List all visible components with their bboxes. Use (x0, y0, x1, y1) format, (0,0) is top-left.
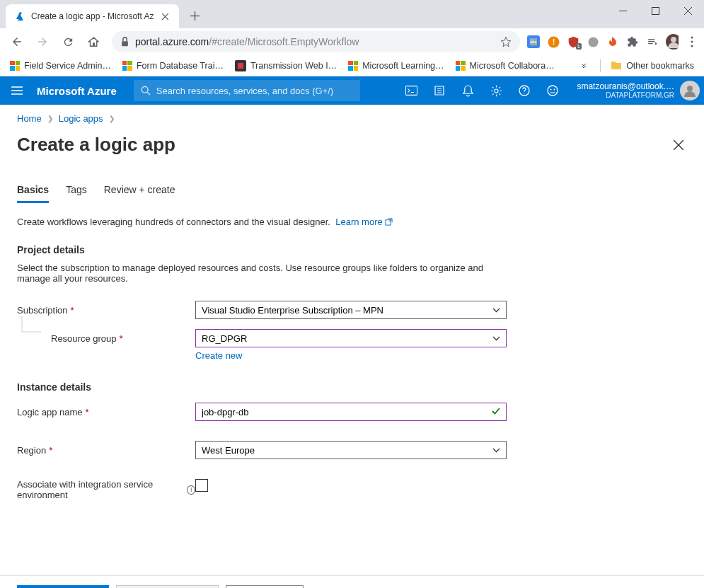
ext-gray-icon[interactable] (587, 35, 599, 48)
breadcrumb-home[interactable]: Home (17, 113, 42, 124)
directory-icon[interactable] (425, 76, 454, 105)
svg-line-25 (147, 92, 150, 95)
resource-group-label: Resource group * (17, 329, 195, 344)
home-button[interactable] (82, 30, 105, 53)
ext-playlist-icon[interactable] (646, 35, 659, 48)
logic-app-name-label: Logic app name * (17, 403, 195, 417)
previous-button: < Previous : Basics (116, 585, 219, 589)
address-bar[interactable]: portal.azure.com/#create/Microsoft.Empty… (112, 31, 520, 52)
ise-label: Associate with integration service envir… (17, 479, 195, 500)
notifications-icon[interactable] (454, 76, 482, 105)
svg-rect-0 (619, 11, 627, 11)
ext-warning-icon[interactable]: ! (547, 35, 560, 48)
azure-brand[interactable]: Microsoft Azure (34, 85, 128, 97)
transmission-icon (235, 60, 246, 71)
tab-tags[interactable]: Tags (66, 184, 87, 203)
other-bookmarks[interactable]: Other bookmarks (606, 57, 698, 74)
chevron-right-icon: ❯ (47, 115, 53, 122)
tab-basics[interactable]: Basics (17, 184, 49, 203)
svg-point-13 (588, 37, 598, 47)
back-button[interactable] (6, 30, 28, 53)
ms-icon (122, 61, 132, 71)
project-details-heading: Project details (17, 244, 687, 255)
account-button[interactable]: smatzouranis@outlook.… DATAPLATFORM.GR (567, 81, 704, 100)
account-org: DATAPLATFORM.GR (577, 91, 674, 100)
svg-point-30 (550, 89, 552, 91)
logic-app-name-input[interactable] (195, 403, 507, 421)
window-minimize[interactable] (606, 0, 639, 21)
menu-button[interactable] (0, 76, 34, 105)
bookmark-item[interactable]: Microsoft Collabora… (451, 58, 559, 74)
browser-tab[interactable]: Create a logic app - Microsoft Az (6, 4, 179, 28)
svg-point-32 (687, 86, 693, 91)
close-button[interactable] (670, 137, 687, 154)
svg-rect-20 (238, 63, 243, 69)
review-create-button[interactable]: Review + create (17, 585, 109, 589)
search-icon (141, 86, 151, 96)
breadcrumb: Home ❯ Logic apps ❯ (17, 113, 687, 124)
learn-more-link[interactable]: Learn more (335, 217, 393, 227)
translate-icon[interactable]: 🔤 (527, 35, 540, 48)
lock-icon (120, 37, 129, 47)
bookmark-item[interactable]: Form Database Trai… (118, 58, 228, 74)
bookmark-item[interactable]: Microsoft Learning… (344, 58, 448, 74)
user-avatar-icon (680, 81, 700, 100)
region-label: Region * (17, 441, 195, 456)
forward-button[interactable] (31, 30, 54, 53)
profile-avatar[interactable] (666, 35, 679, 48)
wizard-tabs: Basics Tags Review + create (17, 184, 687, 204)
ms-icon (348, 61, 358, 71)
breadcrumb-logic-apps[interactable]: Logic apps (59, 113, 103, 124)
ext-shield-icon[interactable]: 1 (567, 35, 579, 48)
azure-top-bar: Microsoft Azure Search resources, servic… (0, 76, 704, 105)
kebab-menu-icon[interactable] (686, 35, 698, 48)
bookmark-item[interactable]: Transmission Web I… (231, 57, 341, 74)
page-description: Create workflows leveraging hundreds of … (17, 217, 687, 227)
create-new-link[interactable]: Create new (195, 350, 242, 361)
bookmarks-overflow[interactable] (576, 61, 594, 71)
chevron-right-icon: ❯ (109, 115, 115, 122)
ms-icon (456, 61, 466, 71)
region-select[interactable]: West Europe (195, 441, 507, 459)
svg-point-16 (691, 36, 693, 38)
window-maximize[interactable] (639, 0, 671, 21)
window-close[interactable] (671, 0, 704, 21)
svg-point-15 (671, 37, 676, 42)
tab-close-icon[interactable] (159, 11, 171, 22)
svg-text:🔤: 🔤 (529, 38, 538, 47)
reload-button[interactable] (57, 30, 79, 53)
account-email: smatzouranis@outlook.… (577, 81, 674, 91)
svg-point-24 (142, 86, 148, 93)
project-details-desc: Select the subscription to manage deploy… (17, 263, 498, 284)
chevron-down-icon (492, 308, 500, 313)
folder-icon (611, 60, 622, 71)
svg-point-27 (495, 88, 498, 92)
subscription-select[interactable]: Visual Studio Enterprise Subscription – … (195, 301, 507, 319)
cloud-shell-icon[interactable] (397, 76, 425, 105)
url-text: portal.azure.com/#create/Microsoft.Empty… (135, 36, 495, 47)
tab-review[interactable]: Review + create (104, 184, 175, 203)
help-icon[interactable] (510, 76, 538, 105)
svg-point-18 (691, 45, 693, 47)
resource-group-select[interactable]: RG_DPGR (195, 329, 507, 347)
ext-fire-icon[interactable] (606, 35, 619, 48)
ise-checkbox[interactable] (195, 479, 208, 492)
svg-text:!: ! (552, 38, 555, 46)
feedback-icon[interactable] (538, 76, 567, 105)
azure-favicon (14, 11, 25, 22)
extensions-icon[interactable] (626, 35, 639, 48)
instance-details-heading: Instance details (17, 381, 687, 393)
page-title: Create a logic app (17, 134, 175, 156)
info-icon[interactable]: i (187, 485, 195, 495)
search-placeholder: Search resources, services, and docs (G+… (156, 86, 333, 96)
svg-rect-26 (405, 86, 417, 96)
star-icon[interactable] (500, 36, 512, 47)
wizard-footer: Review + create < Previous : Basics Next… (0, 575, 704, 588)
new-tab-button[interactable] (185, 6, 204, 25)
next-button[interactable]: Next : Tags > (226, 585, 304, 589)
bookmark-item[interactable]: Field Service Admin… (6, 58, 115, 74)
azure-search[interactable]: Search resources, services, and docs (G+… (134, 80, 360, 101)
settings-icon[interactable] (482, 76, 510, 105)
subscription-label: Subscription * (17, 301, 195, 316)
tab-title: Create a logic app - Microsoft Az (31, 11, 154, 21)
